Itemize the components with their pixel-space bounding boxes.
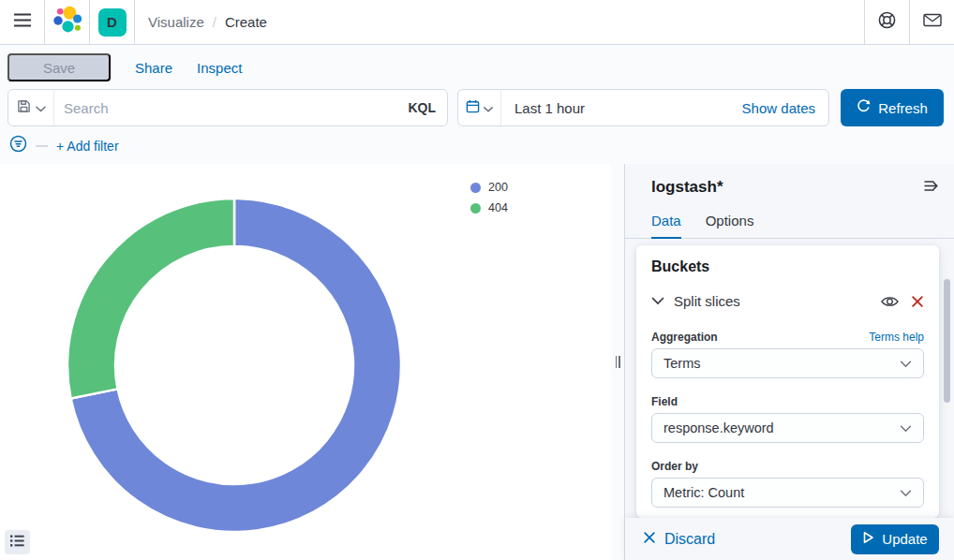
elastic-logo[interactable] — [45, 0, 90, 44]
field-label-row: Field — [651, 395, 924, 408]
index-pattern-title: logstash* — [651, 178, 723, 197]
pie-slice-404[interactable] — [67, 199, 234, 399]
query-input-group: KQL — [7, 89, 448, 126]
discard-button[interactable]: Discard — [643, 531, 715, 548]
elastic-logo-icon — [52, 6, 82, 38]
add-filter-button[interactable]: + Add filter — [56, 139, 119, 154]
update-button[interactable]: Update — [851, 524, 939, 554]
chart-legend: 200404 — [470, 181, 508, 214]
field-select-value: response.keyword — [663, 420, 774, 435]
calendar-icon — [466, 99, 480, 117]
order-by-label-row: Order by — [651, 460, 924, 473]
breadcrumb-create: Create — [225, 14, 267, 30]
date-picker-group: Last 1 hour Show dates — [457, 89, 829, 126]
save-button[interactable]: Save — [7, 53, 111, 81]
chevron-down-icon — [484, 99, 493, 116]
split-slices-row: Split slices — [651, 293, 924, 309]
split-slices-label: Split slices — [674, 293, 740, 309]
top-navigation: D Visualize / Create — [0, 0, 954, 45]
app-bars: Save Share Inspect KQL — [0, 45, 954, 164]
show-dates-button[interactable]: Show dates — [742, 100, 828, 116]
refresh-label: Refresh — [878, 100, 928, 116]
quick-select-time-button[interactable] — [458, 90, 501, 125]
kql-language-button[interactable]: KQL — [408, 100, 447, 115]
tab-options[interactable]: Options — [706, 213, 754, 238]
chevron-down-icon — [36, 99, 46, 116]
order-by-select-value: Metric: Count — [663, 485, 744, 500]
filter-divider — [36, 145, 48, 147]
buckets-card: Buckets Split slices Aggregation — [636, 245, 939, 518]
inspect-button[interactable]: Inspect — [197, 60, 242, 76]
aggregation-label: Aggregation — [651, 331, 718, 344]
legend-toggle-button[interactable] — [5, 530, 30, 554]
visualization-canvas: 200404 — [0, 164, 611, 560]
toggle-visibility-eye-icon[interactable] — [881, 295, 899, 308]
buckets-title: Buckets — [651, 258, 924, 275]
filter-icon — [9, 135, 27, 156]
order-by-select[interactable]: Metric: Count — [651, 478, 924, 508]
donut-chart[interactable] — [0, 164, 611, 560]
save-query-icon — [17, 99, 31, 117]
terms-help-link[interactable]: Terms help — [869, 331, 924, 344]
legend-item-200[interactable]: 200 — [470, 181, 508, 194]
legend-label: 200 — [488, 181, 508, 194]
editor-bottom-bar: Discard Update — [625, 518, 954, 560]
discard-label: Discard — [664, 531, 715, 548]
share-button[interactable]: Share — [135, 60, 172, 76]
chevron-down-icon — [900, 485, 912, 500]
editor-tabs: Data Options — [625, 213, 954, 239]
aggregation-label-row: Aggregation Terms help — [651, 331, 924, 344]
menu-button[interactable] — [0, 0, 45, 44]
legend-label: 404 — [488, 201, 508, 214]
saved-query-menu-button[interactable] — [8, 90, 54, 125]
breadcrumb-visualize[interactable]: Visualize — [148, 14, 204, 30]
panel-scrollbar[interactable] — [944, 279, 950, 403]
refresh-icon — [857, 99, 871, 116]
time-range-value[interactable]: Last 1 hour — [501, 100, 585, 116]
chevron-down-icon — [900, 420, 912, 435]
legend-dot — [470, 183, 481, 193]
chevron-down-icon[interactable] — [651, 297, 664, 305]
aggregation-select[interactable]: Terms — [651, 348, 924, 378]
space-avatar: D — [98, 8, 127, 37]
newsfeed-button[interactable] — [909, 0, 954, 44]
list-icon — [10, 534, 24, 551]
menu-right-icon — [924, 180, 940, 195]
panel-resizer-handle[interactable] — [611, 164, 624, 560]
legend-dot — [470, 203, 481, 214]
filter-bar: + Add filter — [9, 135, 119, 156]
breadcrumb: Visualize / Create — [148, 14, 267, 30]
breadcrumb-separator: / — [213, 14, 216, 30]
chevron-down-icon — [900, 356, 912, 371]
collapse-panel-button[interactable] — [922, 178, 942, 197]
play-icon — [862, 531, 874, 547]
lifebuoy-icon — [877, 10, 897, 34]
visualization-editor-panel: logstash* Data Options Buckets Split sli… — [624, 164, 954, 560]
update-label: Update — [882, 531, 927, 547]
kibana-visualize-screen: D Visualize / Create — [0, 0, 954, 560]
legend-item-404[interactable]: 404 — [470, 201, 508, 214]
search-input[interactable] — [54, 90, 408, 125]
help-button[interactable] — [864, 0, 909, 44]
envelope-icon — [923, 12, 942, 32]
order-by-label: Order by — [651, 460, 698, 473]
space-switcher[interactable]: D — [90, 0, 135, 44]
field-label: Field — [651, 395, 678, 408]
close-icon — [643, 531, 656, 548]
field-select[interactable]: response.keyword — [651, 413, 924, 443]
tab-data[interactable]: Data — [651, 213, 681, 239]
hamburger-icon — [13, 13, 32, 31]
remove-aggregation-x-icon[interactable] — [911, 295, 924, 308]
aggregation-select-value: Terms — [663, 356, 700, 371]
visualize-toolbar: Save Share Inspect — [7, 53, 242, 81]
panel-header: logstash* — [625, 164, 954, 197]
refresh-button[interactable]: Refresh — [841, 89, 944, 126]
